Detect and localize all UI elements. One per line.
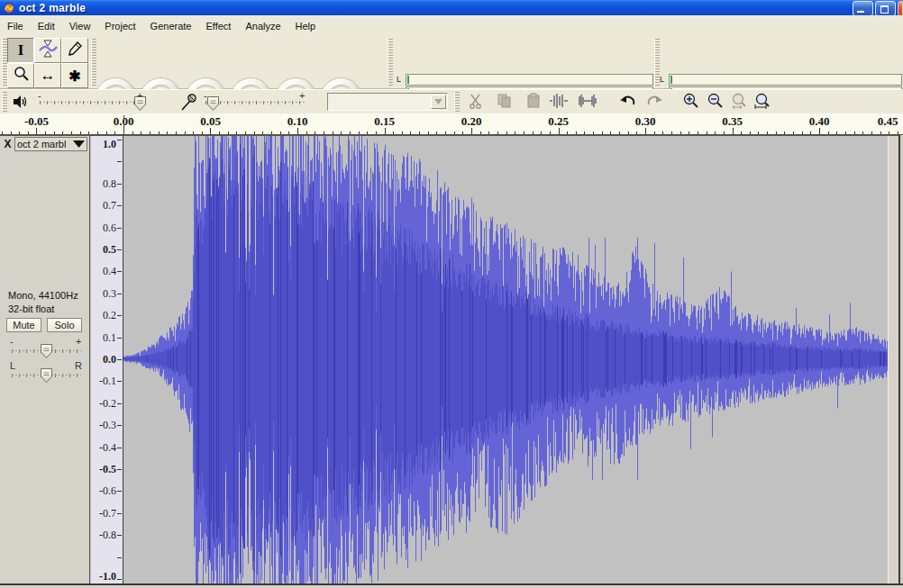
timeline-tick: [315, 131, 315, 134]
menu-effect[interactable]: Effect: [198, 17, 238, 35]
audacity-logo-icon: [3, 2, 15, 14]
timeline-tick: [393, 131, 394, 134]
menu-edit[interactable]: Edit: [31, 17, 62, 35]
vertical-ruler-label: 0.3: [103, 286, 116, 300]
vertical-ruler-tick: [117, 140, 122, 140]
timeline-tick: [419, 131, 420, 134]
vertical-ruler-tick: [117, 448, 122, 448]
timeline-tick: [11, 131, 12, 134]
meter-in-peak-L: [670, 76, 672, 84]
vertical-ruler-label: 1.0: [103, 138, 116, 151]
microphone-icon: [178, 93, 198, 115]
menu-project[interactable]: Project: [97, 17, 142, 35]
timeline-tick: [488, 131, 489, 134]
multi-tool-icon: ✱: [68, 68, 80, 85]
timeline-tick: [828, 131, 829, 134]
timeline-tick: [497, 131, 498, 134]
fit-project-button[interactable]: [726, 91, 752, 114]
cut-button[interactable]: [463, 91, 488, 114]
vertical-ruler-label: 0.6: [103, 221, 116, 234]
track-title-dropdown[interactable]: oct 2 marbl: [14, 137, 87, 151]
vertical-ruler-label: 0.0: [103, 353, 116, 366]
caption-buttons: [853, 1, 903, 16]
track-bitdepth: 32-bit float: [8, 303, 54, 314]
zoom-tool-button[interactable]: [7, 63, 34, 88]
timeline-tick: [376, 131, 377, 134]
timeline-tick: [410, 131, 411, 134]
menu-analyze[interactable]: Analyze: [238, 17, 287, 35]
timeline-tick: [480, 131, 481, 134]
vertical-ruler-label: 0.4: [103, 265, 116, 278]
timeshift-tool-button[interactable]: ↔: [34, 63, 61, 88]
vertical-ruler-tick: [117, 579, 122, 580]
paste-button[interactable]: [521, 91, 546, 114]
track-control-panel: X oct 2 marbl Mono, 44100Hz 32-bit float…: [0, 136, 90, 583]
timeline-label: 0.45: [878, 114, 898, 129]
timeline-tick: [576, 131, 577, 134]
menu-file[interactable]: File: [0, 17, 31, 35]
vertical-ruler-tick: [117, 491, 122, 492]
track-format: Mono, 44100Hz: [8, 290, 78, 301]
zoom-tool-icon: [13, 66, 30, 86]
vertical-ruler-tick: [117, 425, 122, 426]
timeline-ruler[interactable]: -0.050.000.050.100.150.200.250.300.350.4…: [0, 113, 903, 135]
timeline-tick: [733, 128, 734, 134]
selection-tool-button[interactable]: I: [7, 38, 34, 63]
multi-tool-button[interactable]: ✱: [61, 63, 88, 88]
window-bottom-frame: [0, 583, 903, 588]
vertical-ruler[interactable]: 1.00.80.70.60.50.40.30.20.10.0-0.1-0.2-0…: [91, 136, 123, 583]
close-button[interactable]: [898, 1, 903, 16]
menu-view[interactable]: View: [62, 17, 98, 35]
input-volume-thumb[interactable]: [206, 95, 220, 115]
vertical-ruler-label: 0.2: [103, 309, 116, 322]
menu-generate[interactable]: Generate: [143, 17, 199, 35]
timeline-tick: [219, 131, 220, 134]
input-volume-slider[interactable]: [205, 101, 305, 104]
solo-button[interactable]: Solo: [47, 318, 82, 332]
track-close-button[interactable]: X: [2, 138, 14, 150]
silence-selection-button[interactable]: [575, 91, 600, 114]
timeline-tick: [880, 131, 881, 134]
timeline-tick: [80, 131, 81, 134]
zoom-to-selection-button[interactable]: [750, 91, 775, 114]
gain-thumb[interactable]: [40, 343, 53, 361]
undo-button[interactable]: [615, 91, 640, 114]
combo-dropdown-icon[interactable]: [431, 95, 446, 109]
waveform-canvas[interactable]: [123, 136, 888, 583]
draw-tool-button[interactable]: [61, 38, 88, 63]
timeline-tick: [871, 131, 872, 134]
meter-out-bar-L[interactable]: [406, 74, 653, 86]
edit-toolbar-grip[interactable]: [454, 92, 460, 112]
pan-thumb[interactable]: [40, 367, 53, 385]
timeline-tick: [515, 131, 515, 134]
vertical-ruler-tick: [117, 469, 122, 470]
vertical-ruler-label: -0.4: [99, 440, 116, 454]
input-source-combo[interactable]: [327, 93, 448, 111]
timeline-tick: [288, 131, 289, 134]
timeline-tick: [524, 131, 524, 134]
minimize-button[interactable]: [853, 1, 873, 16]
meter-in-bar-L[interactable]: [669, 74, 902, 86]
timeline-tick: [193, 131, 194, 134]
vertical-ruler-label: -0.2: [99, 396, 116, 410]
menu-bar: FileEditViewProjectGenerateEffectAnalyze…: [0, 15, 903, 37]
zoom-in-button[interactable]: [678, 91, 703, 114]
zoom-out-button[interactable]: [702, 91, 727, 114]
output-volume-thumb[interactable]: [133, 95, 147, 115]
meter-in-channel-L: L: [660, 75, 664, 84]
output-meter-grip[interactable]: [388, 39, 393, 86]
envelope-tool-button[interactable]: [34, 38, 61, 63]
mute-button[interactable]: Mute: [6, 318, 41, 332]
timeline-tick: [28, 131, 29, 134]
copy-button[interactable]: [492, 91, 517, 114]
transport-toolbar-grip[interactable]: [91, 39, 96, 86]
output-volume-slider[interactable]: [40, 101, 144, 104]
restore-button[interactable]: [875, 1, 896, 16]
vertical-ruler-label: -0.3: [99, 419, 116, 432]
mixer-toolbar-grip[interactable]: [2, 92, 7, 112]
menu-help[interactable]: Help: [288, 17, 324, 35]
timeline-tick: [845, 131, 846, 134]
undo-icon: [619, 94, 636, 112]
trim-outside-selection-button[interactable]: [546, 91, 571, 114]
redo-button[interactable]: [642, 91, 667, 114]
